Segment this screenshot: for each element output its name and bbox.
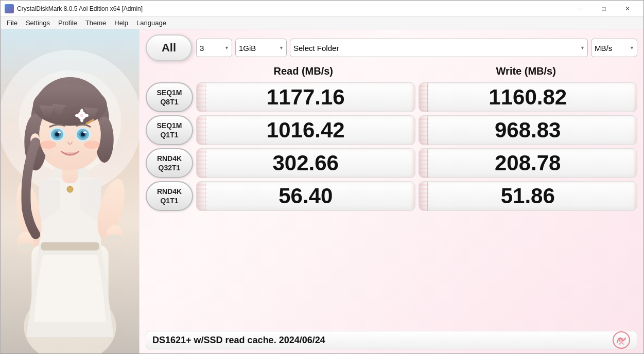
svg-point-33: [83, 131, 86, 133]
svg-point-16: [106, 235, 124, 243]
write-column-header: Write (MB/s): [415, 65, 638, 77]
table-row: SEQ1M Q8T1 1177.16 1160.82: [146, 82, 637, 112]
svg-point-41: [83, 114, 89, 117]
header-row: All 1 3 5 9 512MiB: [146, 34, 637, 61]
size-select-wrapper: 512MiB 1GiB 2GiB 4GiB: [235, 39, 287, 57]
maximize-button[interactable]: □: [592, 1, 616, 17]
svg-point-38: [80, 109, 83, 114]
svg-point-23: [33, 85, 107, 126]
window-title: CrystalDiskMark 8.0.5 Aoi Edition x64 [A…: [17, 5, 568, 12]
unit-select[interactable]: MB/s GB/s IOPS μs: [591, 39, 637, 57]
seq1m-q1t1-read-value: 1016.42: [267, 118, 345, 143]
svg-rect-45: [41, 242, 99, 251]
seq1m-q1t1-write-cell: 968.83: [419, 115, 638, 145]
seq1m-q8t1-read-value: 1177.16: [267, 85, 345, 110]
rnd4k-q1t1-button[interactable]: RND4K Q1T1: [146, 181, 193, 211]
menu-language[interactable]: Language: [132, 18, 170, 28]
brand-logo: [612, 331, 631, 349]
table-row: RND4K Q1T1 56.40 51.86: [146, 181, 637, 211]
title-bar: CrystalDiskMark 8.0.5 Aoi Edition x64 [A…: [1, 1, 643, 17]
window-controls: — □ ✕: [568, 1, 639, 17]
seq1m-q8t1-write-value: 1160.82: [489, 85, 567, 110]
rnd4k-q32t1-write-cell: 208.78: [419, 148, 638, 178]
rnd4k-q32t1-read-value: 302.66: [273, 151, 339, 175]
menu-settings[interactable]: Settings: [22, 18, 54, 28]
svg-point-15: [16, 243, 34, 252]
row-label-line1: SEQ1M: [156, 121, 182, 130]
all-button[interactable]: All: [146, 34, 192, 61]
svg-point-40: [75, 114, 80, 117]
svg-point-28: [58, 131, 61, 133]
rnd4k-q1t1-read-cell: 56.40: [196, 181, 415, 211]
read-column-header: Read (MB/s): [192, 65, 415, 77]
count-select[interactable]: 1 3 5 9: [196, 39, 232, 57]
table-row: RND4K Q32T1 302.66 208.78: [146, 148, 637, 178]
row-label-line2: Q8T1: [160, 97, 178, 107]
menu-file[interactable]: File: [3, 18, 22, 28]
app-icon: [5, 4, 14, 13]
svg-point-39: [80, 117, 83, 122]
status-text: DS1621+ w/SSD read cache. 2024/06/24: [152, 335, 325, 346]
size-select[interactable]: 512MiB 1GiB 2GiB 4GiB: [235, 39, 287, 57]
row-label-line1: RND4K: [157, 187, 182, 196]
rnd4k-q1t1-write-value: 51.86: [501, 184, 555, 208]
count-select-wrapper: 1 3 5 9: [196, 39, 232, 57]
anime-background: [1, 29, 140, 353]
app-window: CrystalDiskMark 8.0.5 Aoi Edition x64 [A…: [0, 0, 644, 354]
svg-point-46: [67, 186, 73, 192]
menu-profile[interactable]: Profile: [54, 18, 81, 28]
table-row: SEQ1M Q1T1 1016.42 968.83: [146, 115, 637, 145]
rnd4k-q32t1-write-value: 208.78: [495, 151, 561, 175]
status-bar: DS1621+ w/SSD read cache. 2024/06/24: [146, 331, 637, 349]
folder-select[interactable]: Select Folder: [290, 39, 588, 57]
rnd4k-q1t1-write-cell: 51.86: [419, 181, 638, 211]
close-button[interactable]: ✕: [616, 1, 639, 17]
unit-select-wrapper: MB/s GB/s IOPS μs: [591, 39, 637, 57]
row-label-line2: Q1T1: [160, 196, 178, 205]
menu-help[interactable]: Help: [110, 18, 132, 28]
svg-point-37: [80, 114, 83, 117]
seq1m-q1t1-write-value: 968.83: [495, 118, 561, 143]
toolbar: 1 3 5 9 512MiB 1GiB 2GiB 4GiB: [196, 39, 637, 57]
row-label-line2: Q1T1: [160, 130, 178, 139]
rnd4k-q1t1-read-value: 56.40: [279, 184, 333, 208]
seq1m-q8t1-read-cell: 1177.16: [196, 82, 415, 112]
seq1m-q8t1-write-cell: 1160.82: [419, 82, 638, 112]
minimize-button[interactable]: —: [568, 1, 592, 17]
seq1m-q8t1-button[interactable]: SEQ1M Q8T1: [146, 82, 193, 112]
column-headers: Read (MB/s) Write (MB/s): [146, 65, 637, 78]
rnd4k-q32t1-read-cell: 302.66: [196, 148, 415, 178]
menu-bar: File Settings Profile Theme Help Languag…: [1, 17, 643, 29]
seq1m-q1t1-read-cell: 1016.42: [196, 115, 415, 145]
row-label-line1: RND4K: [157, 154, 182, 163]
rnd4k-q32t1-button[interactable]: RND4K Q32T1: [146, 148, 193, 178]
folder-select-wrapper: Select Folder: [290, 39, 588, 57]
main-content: All 1 3 5 9 512MiB: [1, 29, 643, 353]
row-label-line1: SEQ1M: [156, 88, 182, 97]
seq1m-q1t1-button[interactable]: SEQ1M Q1T1: [146, 115, 193, 145]
svg-point-34: [40, 140, 56, 149]
menu-theme[interactable]: Theme: [81, 18, 110, 28]
data-rows: SEQ1M Q8T1 1177.16 1160.82 SEQ1M: [146, 82, 637, 327]
right-panel: All 1 3 5 9 512MiB: [140, 29, 643, 353]
svg-point-35: [84, 140, 100, 149]
svg-point-48: [619, 338, 623, 342]
row-label-line2: Q32T1: [159, 163, 181, 172]
